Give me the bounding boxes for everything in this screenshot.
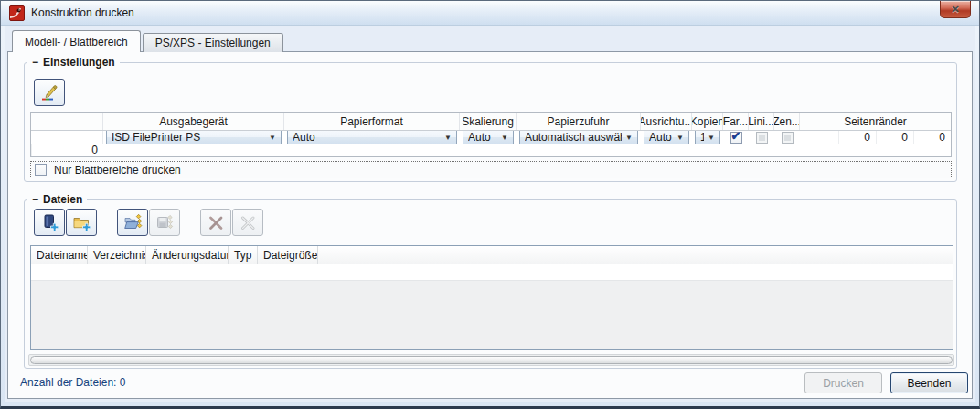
tab-label: Modell- / Blattbereich — [25, 36, 128, 48]
combo-value: Auto — [468, 131, 497, 144]
tab-label: PS/XPS - Einstellungen — [155, 37, 271, 49]
settings-group: − Einstellungen — [24, 62, 957, 182]
pencil-icon — [40, 83, 59, 102]
horizontal-scrollbar[interactable] — [28, 354, 954, 366]
column-header-aenderungsdatum[interactable]: Änderungsdatum — [146, 246, 229, 264]
chevron-down-icon: ▼ — [676, 134, 684, 142]
add-folder-icon — [72, 213, 91, 232]
column-header-papierzufuhr: Papierzufuhr — [517, 113, 641, 130]
dialog-client-area: Modell- / Blattbereich PS/XPS - Einstell… — [5, 26, 975, 402]
margin-field-4[interactable]: 0 — [31, 144, 103, 156]
load-file-list-button[interactable] — [117, 209, 148, 236]
print-button[interactable]: Drucken — [804, 372, 882, 393]
row-selector[interactable] — [31, 131, 103, 144]
margin-field-1[interactable]: 0 — [838, 131, 876, 144]
close-dialog-button[interactable]: Beenden — [890, 372, 968, 393]
chevron-down-icon: ▼ — [501, 134, 508, 142]
column-header-typ[interactable]: Typ — [229, 246, 258, 264]
group-title: Einstellungen — [43, 56, 115, 69]
paper-format-select[interactable]: Auto ▼ — [287, 131, 457, 144]
settings-group-label: − Einstellungen — [27, 56, 120, 69]
margin-field-2[interactable]: 0 — [876, 131, 913, 144]
checkbox-label: Nur Blattbereiche drucken — [54, 164, 181, 177]
column-header-dateiname[interactable]: Dateiname — [31, 246, 88, 264]
column-header-kopien: Kopien — [692, 113, 723, 130]
collapse-toggle-icon[interactable]: − — [32, 56, 38, 69]
column-header-papierformat: Papierformat — [284, 113, 460, 130]
group-title: Dateien — [43, 193, 82, 206]
column-header-verzeichnis[interactable]: Verzeichnis — [88, 246, 146, 264]
combo-value: Auto — [649, 131, 673, 144]
settings-table-header: Ausgabegerät Papierformat Skalierung Pap… — [31, 113, 951, 131]
column-header-linien: Lini... — [749, 113, 774, 130]
output-device-select[interactable]: ISD FilePrinter PS ▼ — [106, 131, 282, 144]
combo-value: 1 — [700, 131, 704, 144]
column-header-skalierung: Skalierung — [460, 113, 517, 130]
file-count-status: Anzahl der Dateien: 0 — [20, 376, 125, 389]
column-header-dateigroesse[interactable]: Dateigröße — [258, 246, 318, 264]
margin-field-3[interactable]: 0 — [913, 131, 951, 144]
column-header-farbe: Far... — [723, 113, 749, 130]
load-file-list-icon — [123, 213, 143, 232]
check-icon: ✔ — [731, 131, 741, 143]
print-button-label: Drucken — [823, 377, 864, 390]
window-title: Konstruktion drucken — [31, 6, 134, 19]
dialog-window: Konstruktion drucken ✕ Modell- / Blattbe… — [0, 0, 980, 409]
save-file-list-icon — [155, 213, 175, 232]
chevron-down-icon: ▼ — [269, 134, 276, 142]
remove-all-files-button[interactable] — [232, 209, 263, 236]
files-group-label: − Dateien — [27, 193, 87, 206]
collapse-toggle-icon[interactable]: − — [32, 193, 38, 206]
center-checkbox[interactable]: ✔ — [782, 132, 794, 144]
delete-x-icon — [207, 213, 226, 232]
print-settings-table: Ausgabegerät Papierformat Skalierung Pap… — [30, 112, 952, 157]
add-file-button[interactable] — [34, 209, 65, 236]
only-sheet-areas-option[interactable]: ✔ Nur Blattbereiche drucken — [30, 161, 952, 178]
tab-ps-xps-einstellungen[interactable]: PS/XPS - Einstellungen — [143, 33, 283, 52]
copies-select[interactable]: 1 ▼ — [695, 131, 720, 144]
close-dialog-button-label: Beenden — [907, 377, 951, 390]
only-sheet-areas-checkbox[interactable]: ✔ — [35, 164, 47, 176]
combo-value: ISD FilePrinter PS — [112, 131, 265, 144]
scaling-select[interactable]: Auto ▼ — [463, 131, 514, 144]
column-header-seitenraender: Seitenränder — [800, 113, 951, 130]
tab-modell-blattbereich[interactable]: Modell- / Blattbereich — [12, 30, 141, 52]
files-toolbar — [34, 209, 264, 236]
app-icon — [9, 5, 25, 21]
orientation-select[interactable]: Auto ▼ — [644, 131, 689, 144]
close-icon: ✕ — [951, 5, 959, 15]
column-header-filler — [318, 246, 953, 264]
add-file-icon — [40, 213, 59, 232]
chevron-down-icon: ▼ — [708, 134, 715, 142]
color-checkbox[interactable]: ✔ — [730, 132, 742, 144]
save-file-list-button[interactable] — [149, 209, 180, 236]
column-header — [31, 113, 103, 130]
paper-source-select[interactable]: Automatisch auswählen ▼ — [519, 131, 638, 144]
column-header-zentrieren: Zen... — [774, 113, 800, 130]
scrollbar-thumb[interactable] — [30, 356, 953, 364]
table-row: ISD FilePrinter PS ▼ Auto ▼ — [31, 131, 951, 156]
column-header-ausgabegeraet: Ausgabegerät — [103, 113, 284, 130]
add-folder-button[interactable] — [66, 209, 97, 236]
file-list[interactable]: Dateiname Verzeichnis Änderungsdatum Typ… — [30, 245, 953, 350]
lines-checkbox[interactable]: ✔ — [756, 132, 768, 144]
remove-file-button[interactable] — [200, 209, 231, 236]
combo-value: Auto — [293, 131, 441, 144]
delete-all-x-icon — [239, 213, 258, 232]
combo-value: Automatisch auswählen — [525, 131, 622, 144]
file-list-empty-row — [31, 264, 953, 281]
column-header-ausrichtung: Ausrichtu... — [641, 113, 692, 130]
file-list-header: Dateiname Verzeichnis Änderungsdatum Typ… — [31, 246, 953, 264]
tab-bar: Modell- / Blattbereich PS/XPS - Einstell… — [12, 30, 285, 52]
tab-page: − Einstellungen — [7, 51, 973, 399]
close-button[interactable]: ✕ — [940, 1, 971, 18]
chevron-down-icon: ▼ — [625, 134, 633, 142]
titlebar[interactable]: Konstruktion drucken ✕ — [1, 1, 979, 26]
files-group: − Dateien — [24, 199, 957, 369]
chevron-down-icon: ▼ — [444, 134, 452, 142]
file-list-body — [31, 281, 953, 349]
edit-print-settings-button[interactable] — [34, 79, 65, 106]
